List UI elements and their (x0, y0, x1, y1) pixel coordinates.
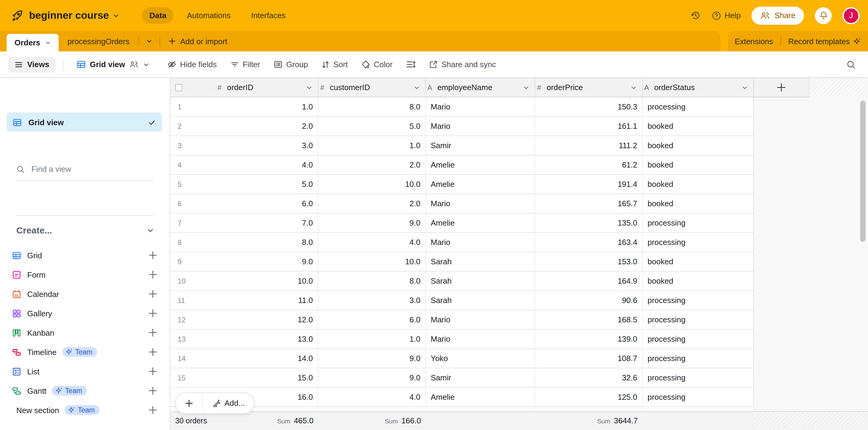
cell-employeename[interactable]: Mario (426, 233, 535, 252)
cell-orderprice[interactable]: 139.0 (535, 329, 643, 348)
cell-employeename[interactable]: Amelie (426, 213, 535, 232)
cell-customerid[interactable]: 10.0 (318, 175, 426, 194)
cell-customerid[interactable]: 4.0 (318, 388, 426, 406)
table-row[interactable]: 1111.03.0Sarah90.6processing (170, 291, 754, 310)
cell-orderstatus[interactable]: processing (643, 349, 754, 368)
tab-orders[interactable]: Orders (7, 34, 58, 51)
cell-orderstatus[interactable]: processing (643, 329, 754, 348)
sum-orderid[interactable]: Sum 465.0 (277, 416, 313, 425)
sum-customerid[interactable]: Sum 166.0 (385, 416, 421, 425)
cell-employeename[interactable]: Mario (426, 329, 535, 348)
cell-customerid[interactable]: 8.0 (318, 97, 426, 116)
cell-orderid[interactable]: 22.0 (170, 117, 318, 136)
nav-tab-automations[interactable]: Automations (180, 7, 238, 24)
table-row[interactable]: 1414.09.0Yoko108.7processing (170, 349, 754, 368)
cell-orderid[interactable]: 11.0 (170, 97, 318, 116)
help-button[interactable]: Help (711, 10, 741, 20)
row-height-button[interactable] (406, 60, 415, 69)
cell-orderprice[interactable]: 153.0 (535, 252, 643, 271)
plus-icon[interactable] (149, 290, 157, 298)
cell-orderstatus[interactable]: processing (643, 291, 754, 310)
cell-orderid[interactable]: 1111.0 (170, 291, 318, 310)
sidebar-create-item-grid[interactable]: Grid (0, 246, 170, 265)
cell-customerid[interactable]: 2.0 (318, 194, 426, 213)
cell-customerid[interactable]: 9.0 (318, 349, 426, 368)
cell-employeename[interactable]: Mario (426, 310, 535, 329)
base-name-menu[interactable]: beginner course (29, 9, 119, 22)
cell-orderprice[interactable]: 161.1 (535, 117, 643, 136)
table-row[interactable]: 1515.09.0Samir32.6processing (170, 368, 754, 388)
table-row[interactable]: 88.04.0Mario163.4processing (170, 233, 754, 252)
hide-fields-button[interactable]: Hide fields (167, 60, 217, 69)
cell-orderstatus[interactable]: processing (643, 97, 754, 116)
table-list-chevron-icon[interactable] (139, 31, 160, 51)
cell-employeename[interactable]: Amelie (426, 388, 535, 406)
cell-orderid[interactable]: 55.0 (170, 175, 318, 194)
cell-orderprice[interactable]: 108.7 (535, 349, 643, 368)
cell-employeename[interactable]: Mario (426, 194, 535, 213)
nav-tab-interfaces[interactable]: Interfaces (244, 7, 293, 24)
cell-orderprice[interactable]: 135.0 (535, 213, 643, 232)
history-icon[interactable] (690, 10, 701, 21)
group-button[interactable]: Group (274, 60, 308, 69)
cell-orderid[interactable]: 77.0 (170, 213, 318, 232)
cell-orderprice[interactable]: 90.6 (535, 291, 643, 310)
table-row[interactable]: 33.01.0Samir111.2booked (170, 136, 754, 155)
sort-button[interactable]: Sort (321, 60, 348, 69)
table-row[interactable]: 11.08.0Mario150.3processing (170, 97, 754, 117)
cell-orderstatus[interactable]: booked (643, 136, 754, 155)
column-header-orderstatus[interactable]: AorderStatus (643, 78, 754, 97)
views-button[interactable]: Views (8, 57, 55, 72)
table-row[interactable]: 55.010.0Amelie191.4booked (170, 175, 754, 194)
cell-employeename[interactable]: Sarah (426, 271, 535, 290)
cell-orderstatus[interactable]: processing (643, 368, 754, 387)
cell-customerid[interactable]: 2.0 (318, 155, 426, 174)
cell-orderid[interactable]: 88.0 (170, 233, 318, 252)
create-section-header[interactable]: Create... (16, 225, 154, 235)
cell-orderid[interactable]: 1515.0 (170, 368, 318, 387)
cell-orderprice[interactable]: 165.7 (535, 194, 643, 213)
vertical-scrollbar[interactable] (860, 101, 866, 242)
sidebar-create-item-kanban[interactable]: Kanban (0, 323, 170, 342)
view-switcher[interactable]: Grid view (71, 60, 154, 69)
add-field-button[interactable] (754, 78, 809, 97)
cell-orderprice[interactable]: 61.2 (535, 155, 643, 174)
cell-orderprice[interactable]: 32.6 (535, 368, 643, 387)
cell-customerid[interactable]: 10.0 (318, 252, 426, 271)
cell-orderstatus[interactable]: booked (643, 175, 754, 194)
notifications-button[interactable] (815, 7, 832, 24)
column-header-orderprice[interactable]: #orderPrice (535, 78, 643, 97)
cell-employeename[interactable]: Sarah (426, 252, 535, 271)
plus-icon[interactable] (149, 367, 157, 376)
plus-icon[interactable] (149, 386, 157, 395)
avatar[interactable]: J (843, 7, 860, 24)
cell-orderprice[interactable]: 111.2 (535, 136, 643, 155)
nav-tab-data[interactable]: Data (142, 7, 174, 24)
add-or-import-button[interactable]: Add or import (160, 31, 236, 51)
table-row[interactable]: 1616.04.0Amelie125.0processing (170, 388, 754, 407)
column-header-customerid[interactable]: #customerID (318, 78, 426, 97)
find-a-view-input[interactable] (31, 165, 134, 174)
cell-orderid[interactable]: 1010.0 (170, 271, 318, 290)
cell-orderstatus[interactable]: booked (643, 271, 754, 290)
cell-orderstatus[interactable]: processing (643, 233, 754, 252)
filter-button[interactable]: Filter (230, 60, 260, 69)
add-record-button[interactable] (176, 393, 203, 413)
share-button[interactable]: Share (752, 6, 804, 25)
cell-orderprice[interactable]: 168.5 (535, 310, 643, 329)
sidebar-create-item-gallery[interactable]: Gallery (0, 304, 170, 323)
record-templates-button[interactable]: Record templates (788, 36, 861, 46)
table-row[interactable]: 1010.08.0Sarah164.9booked (170, 271, 754, 291)
plus-icon[interactable] (149, 348, 157, 356)
cell-orderid[interactable]: 66.0 (170, 194, 318, 213)
cell-employeename[interactable]: Mario (426, 97, 535, 116)
table-row[interactable]: 77.09.0Amelie135.0processing (170, 213, 754, 233)
cell-customerid[interactable]: 6.0 (318, 310, 426, 329)
cell-orderstatus[interactable]: processing (643, 388, 754, 406)
table-row[interactable]: 1212.06.0Mario168.5processing (170, 310, 754, 329)
cell-employeename[interactable]: Amelie (426, 155, 535, 174)
share-and-sync-button[interactable]: Share and sync (429, 60, 496, 69)
cell-orderstatus[interactable]: booked (643, 117, 754, 136)
sum-orderprice[interactable]: Sum 3644.7 (597, 416, 638, 425)
cell-orderid[interactable]: 1212.0 (170, 310, 318, 329)
